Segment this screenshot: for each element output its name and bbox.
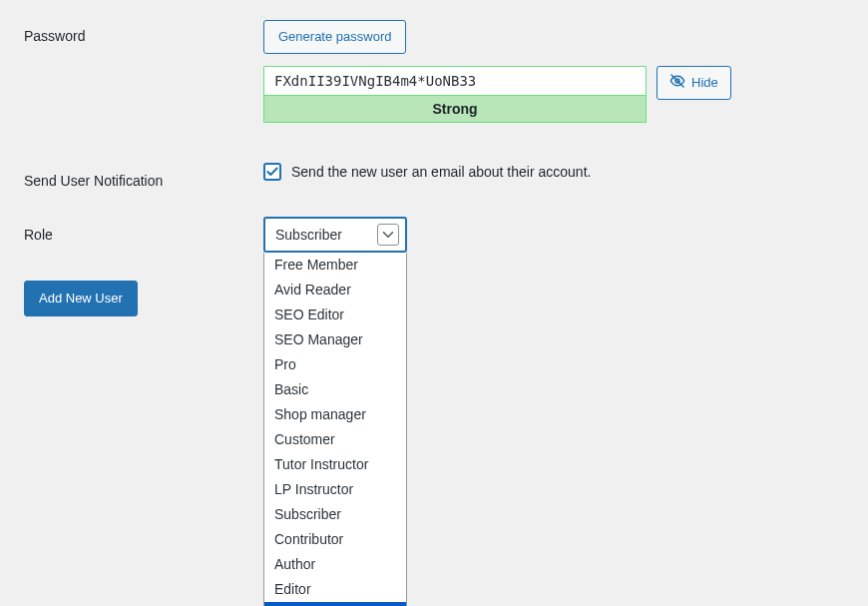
role-option[interactable]: Shop manager <box>264 402 406 427</box>
role-option[interactable]: Free Member <box>264 253 406 278</box>
role-option[interactable]: Administrator <box>264 602 406 607</box>
password-field-group: Generate password Strong Hide <box>263 20 868 123</box>
add-new-user-button[interactable]: Add New User <box>24 281 138 316</box>
chevron-down-icon <box>377 224 399 246</box>
role-option[interactable]: Avid Reader <box>264 278 406 303</box>
hide-password-button[interactable]: Hide <box>656 66 731 100</box>
password-row: Password Generate password Strong Hide <box>24 20 868 123</box>
role-option[interactable]: Subscriber <box>264 502 406 527</box>
role-option[interactable]: Editor <box>264 577 406 602</box>
notification-label: Send User Notification <box>24 163 263 189</box>
role-selected-value: Subscriber <box>275 227 342 243</box>
submit-row: Add New User <box>24 281 868 316</box>
role-select-button[interactable]: Subscriber <box>263 217 407 253</box>
role-option[interactable]: Basic <box>264 377 406 402</box>
notification-description: Send the new user an email about their a… <box>291 164 591 180</box>
check-icon <box>265 165 279 179</box>
role-option[interactable]: Tutor Instructor <box>264 452 406 477</box>
role-row: Role Subscriber Free MemberAvid ReaderSE… <box>24 217 868 253</box>
role-option[interactable]: SEO Manager <box>264 327 406 352</box>
notification-row: Send User Notification Send the new user… <box>24 163 868 189</box>
password-input-stack: Strong <box>263 66 647 123</box>
role-select: Subscriber Free MemberAvid ReaderSEO Edi… <box>263 217 407 253</box>
role-option[interactable]: Contributor <box>264 527 406 552</box>
role-field: Subscriber Free MemberAvid ReaderSEO Edi… <box>263 217 868 253</box>
password-strength-meter: Strong <box>263 95 647 123</box>
notification-field: Send the new user an email about their a… <box>263 163 868 181</box>
password-input-wrap: Strong Hide <box>263 66 868 123</box>
role-option[interactable]: SEO Editor <box>264 303 406 327</box>
role-option[interactable]: Pro <box>264 352 406 377</box>
role-option[interactable]: LP Instructor <box>264 477 406 502</box>
role-dropdown: Free MemberAvid ReaderSEO EditorSEO Mana… <box>263 253 407 607</box>
role-option[interactable]: Author <box>264 552 406 577</box>
notification-checkbox-wrap: Send the new user an email about their a… <box>263 163 868 181</box>
password-input[interactable] <box>263 66 647 95</box>
eye-slash-icon <box>669 73 685 92</box>
role-option[interactable]: Customer <box>264 427 406 452</box>
notification-checkbox[interactable] <box>263 163 281 181</box>
generate-password-button[interactable]: Generate password <box>263 20 406 54</box>
hide-button-label: Hide <box>691 75 718 90</box>
password-label: Password <box>24 20 263 44</box>
role-label: Role <box>24 217 263 243</box>
